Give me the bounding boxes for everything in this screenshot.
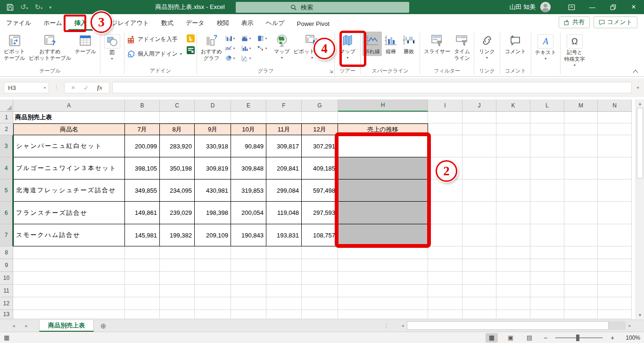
cell-J1[interactable]: [462, 112, 496, 123]
cell-E2[interactable]: 10月: [231, 123, 266, 135]
cell-G11[interactable]: [302, 285, 338, 297]
cell-L6[interactable]: [530, 202, 564, 224]
cell-E9[interactable]: [231, 259, 266, 272]
column-header-N[interactable]: N: [598, 99, 632, 112]
cell-C13[interactable]: [160, 310, 195, 319]
cell-F1[interactable]: [266, 112, 302, 123]
cell-J12[interactable]: [462, 297, 496, 310]
cell-K11[interactable]: [496, 285, 530, 297]
cell-K8[interactable]: [496, 246, 530, 259]
cell-G10[interactable]: [302, 272, 338, 285]
column-header-L[interactable]: L: [530, 99, 564, 112]
cell-H9[interactable]: [338, 259, 428, 272]
cell-H3[interactable]: [338, 135, 428, 157]
cell-E6[interactable]: 200,054: [231, 202, 266, 224]
cell-E10[interactable]: [231, 272, 266, 285]
cell-N7[interactable]: [598, 224, 632, 246]
cell-G2[interactable]: 12月: [302, 123, 338, 135]
cell-J4[interactable]: [462, 157, 496, 180]
cell-J5[interactable]: [462, 180, 496, 202]
cell-C7[interactable]: 199,382: [160, 224, 195, 246]
cell-M11[interactable]: [564, 285, 598, 297]
zoom-out-button[interactable]: −: [542, 334, 549, 342]
row-header-7[interactable]: 7: [0, 224, 13, 246]
cell-K6[interactable]: [496, 202, 530, 224]
cell-C11[interactable]: [160, 285, 195, 297]
cell-E4[interactable]: 309,848: [231, 157, 266, 180]
cell-H10[interactable]: [338, 272, 428, 285]
cell-M3[interactable]: [564, 135, 598, 157]
collapse-ribbon-icon[interactable]: [633, 70, 639, 74]
text-button[interactable]: A テキスト ▾: [533, 32, 558, 62]
cancel-entry-icon[interactable]: ×: [71, 84, 75, 91]
cell-N13[interactable]: [598, 310, 632, 319]
cell-B9[interactable]: [125, 259, 160, 272]
cell-M13[interactable]: [564, 310, 598, 319]
cell-N10[interactable]: [598, 272, 632, 285]
cell-K10[interactable]: [496, 272, 530, 285]
row-header-6[interactable]: 6: [0, 202, 13, 224]
cell-J2[interactable]: [462, 123, 496, 135]
cell-L12[interactable]: [530, 297, 564, 310]
cell-D3[interactable]: 330,918: [195, 135, 231, 157]
tab-review[interactable]: 校閲: [211, 15, 235, 31]
tab-data[interactable]: データ: [180, 15, 211, 31]
cell-J10[interactable]: [462, 272, 496, 285]
link-button[interactable]: リンク ▾: [477, 32, 497, 61]
cell-L7[interactable]: [530, 224, 564, 246]
cell-J8[interactable]: [462, 246, 496, 259]
cell-H4[interactable]: [338, 157, 428, 180]
undo-icon[interactable]: ↺▾: [20, 3, 28, 11]
formula-input[interactable]: [112, 82, 632, 93]
cell-I2[interactable]: [428, 123, 462, 135]
column-header-F[interactable]: F: [266, 99, 302, 112]
cell-D7[interactable]: 209,109: [195, 224, 231, 246]
cell-N12[interactable]: [598, 297, 632, 310]
column-header-H[interactable]: H: [338, 99, 428, 112]
cell-F3[interactable]: 309,817: [266, 135, 302, 157]
cell-L4[interactable]: [530, 157, 564, 180]
cell-N2[interactable]: [598, 123, 632, 135]
waterfall-chart-button[interactable]: ▾: [256, 43, 272, 53]
cell-D12[interactable]: [195, 297, 231, 310]
zoom-slider-thumb[interactable]: [576, 335, 579, 341]
pivot-chart-button[interactable]: ピボットグラフ ▾: [292, 32, 333, 61]
row-header-12[interactable]: 12: [0, 297, 13, 310]
cell-E8[interactable]: [231, 246, 266, 259]
cell-N3[interactable]: [598, 135, 632, 157]
page-break-view-button[interactable]: ▤: [523, 333, 536, 343]
cell-L13[interactable]: [530, 310, 564, 319]
comments-button[interactable]: コメント: [594, 16, 637, 28]
charts-dialog-launcher-icon[interactable]: ⇲: [330, 69, 333, 74]
cell-I5[interactable]: [428, 180, 462, 202]
cell-F11[interactable]: [266, 285, 302, 297]
cell-I9[interactable]: [428, 259, 462, 272]
column-header-E[interactable]: E: [231, 99, 266, 112]
cell-K9[interactable]: [496, 259, 530, 272]
cell-M5[interactable]: [564, 180, 598, 202]
illustrations-button[interactable]: 図 ▾: [102, 32, 122, 62]
cell-L10[interactable]: [530, 272, 564, 285]
row-header-9[interactable]: 9: [0, 259, 13, 272]
column-header-I[interactable]: I: [428, 99, 462, 112]
cell-C12[interactable]: [160, 297, 195, 310]
vertical-scroll-thumb[interactable]: [637, 108, 643, 179]
cell-M10[interactable]: [564, 272, 598, 285]
horizontal-scrollbar[interactable]: ◂ ▸: [398, 321, 634, 330]
avatar[interactable]: [540, 2, 551, 12]
zoom-in-button[interactable]: +: [609, 334, 616, 342]
cell-F8[interactable]: [266, 246, 302, 259]
cell-C10[interactable]: [160, 272, 195, 285]
cell-K7[interactable]: [496, 224, 530, 246]
horizontal-scroll-thumb[interactable]: [407, 321, 609, 330]
sparkline-column-button[interactable]: 縦棒: [382, 32, 400, 56]
cell-N1[interactable]: [598, 112, 632, 123]
cell-C4[interactable]: 350,198: [160, 157, 195, 180]
cell-B5[interactable]: 349,855: [125, 180, 160, 202]
cell-B8[interactable]: [125, 246, 160, 259]
cell-I7[interactable]: [428, 224, 462, 246]
cell-C9[interactable]: [160, 259, 195, 272]
cell-N9[interactable]: [598, 259, 632, 272]
cell-M4[interactable]: [564, 157, 598, 180]
cell-L8[interactable]: [530, 246, 564, 259]
